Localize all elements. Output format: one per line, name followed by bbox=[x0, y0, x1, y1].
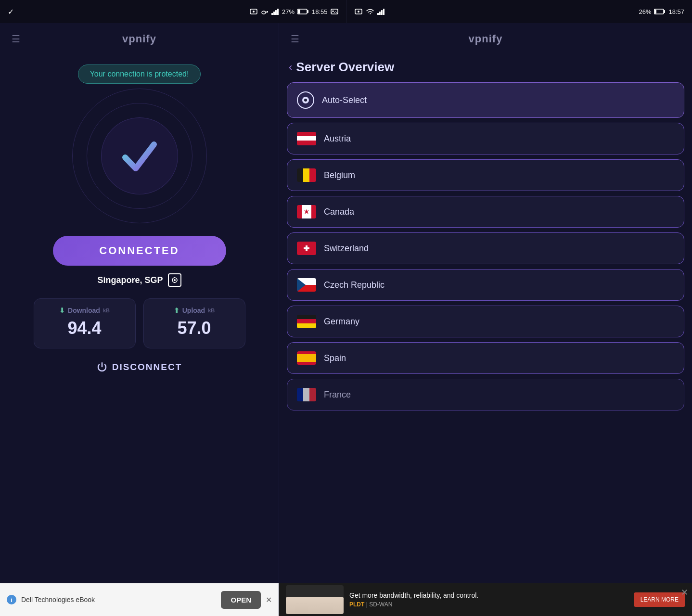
ad-right-image bbox=[286, 585, 344, 614]
ad-right-close-button[interactable]: ✕ bbox=[681, 587, 688, 598]
protection-badge: Your connection is protected! bbox=[78, 64, 201, 84]
flag-austria bbox=[297, 132, 316, 145]
server-name-canada: Canada bbox=[324, 207, 354, 217]
upload-label: Upload bbox=[182, 307, 205, 314]
svg-rect-31 bbox=[304, 247, 309, 249]
upload-value: 57.0 bbox=[177, 318, 211, 338]
svg-rect-6 bbox=[273, 12, 275, 15]
left-panel: ☰ vpnify Your connection is protected! bbox=[0, 23, 279, 616]
circles-container bbox=[67, 84, 212, 228]
svg-rect-21 bbox=[664, 10, 665, 13]
auto-select-icon bbox=[297, 91, 314, 109]
signal-icon-left bbox=[271, 8, 279, 15]
svg-marker-29 bbox=[304, 209, 309, 214]
right-app-title: vpnify bbox=[289, 33, 682, 45]
server-name-auto-select: Auto-Select bbox=[322, 95, 367, 105]
server-overview-header: ‹ Server Overview bbox=[279, 55, 692, 82]
server-item-belgium[interactable]: Belgium bbox=[287, 159, 684, 191]
left-battery: 27% bbox=[282, 8, 295, 15]
flag-belgium bbox=[297, 168, 316, 182]
connected-button[interactable]: CONNECTED bbox=[53, 236, 226, 266]
back-arrow-icon[interactable]: ‹ bbox=[289, 61, 292, 74]
svg-rect-19 bbox=[383, 9, 384, 15]
svg-rect-7 bbox=[275, 10, 277, 15]
svg-rect-11 bbox=[298, 10, 300, 13]
keyboard-visual bbox=[286, 597, 344, 614]
right-status-right: 26% 18:57 bbox=[639, 8, 684, 15]
shield-icon bbox=[249, 8, 258, 15]
right-status-bar: 26% 18:57 bbox=[346, 0, 692, 23]
upload-label-row: ⬆ Upload kB bbox=[174, 307, 215, 314]
server-name-germany: Germany bbox=[324, 317, 359, 327]
left-time: 18:55 bbox=[312, 8, 328, 15]
left-status-bar: ✓ 27% 18:55 bbox=[0, 0, 346, 23]
disconnect-button[interactable]: DISCONNECT bbox=[97, 362, 182, 372]
download-arrow-icon: ⬇ bbox=[59, 307, 65, 314]
checkmark-container bbox=[115, 131, 164, 181]
ad-right-sub-text: SD-WAN bbox=[369, 601, 392, 608]
ad-info-icon: i bbox=[7, 595, 16, 604]
flag-spain bbox=[297, 351, 316, 365]
server-item-france[interactable]: France bbox=[287, 379, 684, 411]
svg-point-1 bbox=[253, 11, 255, 13]
power-icon bbox=[97, 362, 107, 372]
download-unit: kB bbox=[103, 308, 110, 313]
signal-icon-right bbox=[377, 8, 385, 15]
ad-open-button[interactable]: OPEN bbox=[221, 591, 261, 609]
swiss-cross-icon bbox=[302, 244, 311, 253]
ad-right-brand: PLDT bbox=[349, 601, 364, 608]
svg-rect-5 bbox=[271, 13, 273, 15]
server-item-spain[interactable]: Spain bbox=[287, 342, 684, 374]
server-item-germany[interactable]: Germany bbox=[287, 306, 684, 337]
auto-select-inner bbox=[302, 97, 309, 103]
left-menu-icon[interactable]: ☰ bbox=[12, 33, 20, 45]
svg-point-24 bbox=[174, 279, 176, 281]
checkmark-svg bbox=[115, 131, 164, 179]
svg-rect-8 bbox=[277, 9, 279, 15]
wifi-icon-right bbox=[366, 8, 374, 15]
right-menu-icon[interactable]: ☰ bbox=[291, 33, 299, 45]
auto-select-dot bbox=[304, 99, 307, 102]
server-list: Auto-Select Austria Belgium Canada bbox=[279, 82, 692, 583]
location-row: Singapore, SGP bbox=[97, 273, 181, 287]
ad-left-close[interactable]: ✕ bbox=[266, 595, 272, 604]
location-text: Singapore, SGP bbox=[97, 275, 163, 285]
server-item-auto-select[interactable]: Auto-Select bbox=[287, 82, 684, 118]
right-time: 18:57 bbox=[668, 8, 684, 15]
server-item-canada[interactable]: Canada bbox=[287, 196, 684, 228]
svg-point-15 bbox=[358, 11, 359, 13]
left-app-title: vpnify bbox=[122, 33, 156, 45]
ad-left-text: Dell Technologies eBook bbox=[21, 596, 216, 603]
vpn-key-icon bbox=[261, 8, 269, 15]
server-name-czech: Czech Republic bbox=[324, 280, 384, 290]
server-item-czech[interactable]: Czech Republic bbox=[287, 269, 684, 301]
server-overview-title: Server Overview bbox=[296, 60, 394, 75]
server-name-switzerland: Switzerland bbox=[324, 244, 369, 254]
upload-card: ⬆ Upload kB 57.0 bbox=[143, 298, 245, 348]
svg-rect-16 bbox=[377, 13, 379, 15]
svg-rect-17 bbox=[379, 12, 381, 15]
disconnect-label: DISCONNECT bbox=[112, 362, 182, 372]
upload-unit: kB bbox=[208, 308, 215, 313]
flag-czech bbox=[297, 278, 316, 292]
flag-germany bbox=[297, 315, 316, 328]
right-panel: ☰ vpnify ‹ Server Overview Auto-Select A… bbox=[279, 23, 692, 616]
flag-france bbox=[297, 388, 316, 401]
download-label: Download bbox=[68, 307, 100, 314]
server-item-austria[interactable]: Austria bbox=[287, 123, 684, 154]
flag-switzerland bbox=[297, 242, 316, 255]
battery-icon-left bbox=[297, 8, 309, 15]
svg-rect-4 bbox=[267, 11, 268, 13]
right-battery: 26% bbox=[639, 8, 651, 15]
left-app-header: ☰ vpnify bbox=[0, 23, 279, 55]
right-status-left bbox=[354, 8, 385, 15]
left-status-right: 27% 18:55 bbox=[249, 8, 338, 15]
location-icon bbox=[168, 273, 181, 287]
czech-triangle bbox=[297, 278, 316, 292]
connection-visual: Your connection is protected! bbox=[58, 64, 221, 228]
server-item-switzerland[interactable]: Switzerland bbox=[287, 232, 684, 264]
server-name-france: France bbox=[324, 390, 351, 400]
ad-learn-more-button[interactable]: LEARN MORE bbox=[634, 592, 685, 607]
svg-marker-32 bbox=[297, 278, 306, 292]
server-name-spain: Spain bbox=[324, 353, 346, 363]
